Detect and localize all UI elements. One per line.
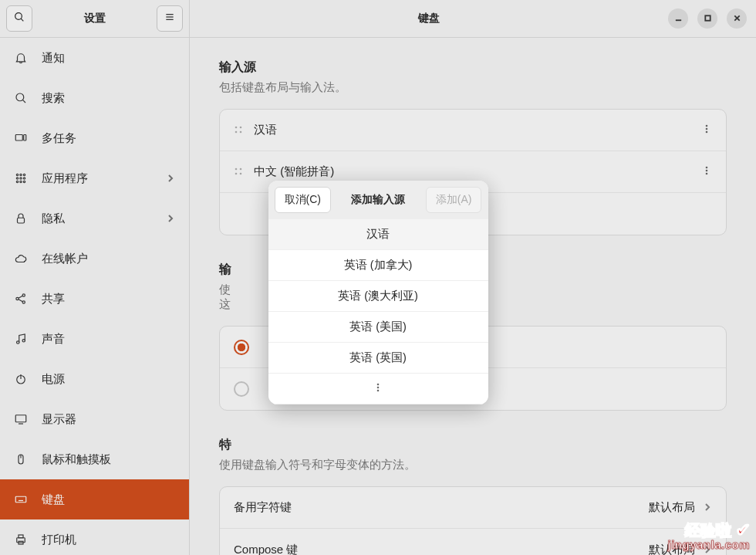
watermark-url: jingyanla.com [667, 539, 750, 550]
svg-point-64 [377, 390, 380, 392]
add-input-source-dialog: 取消(C) 添加输入源 添加(A) 汉语 英语 (加拿大) 英语 (澳大利亚) … [268, 181, 488, 404]
add-button[interactable]: 添加(A) [426, 187, 482, 213]
language-option[interactable]: 英语 (美国) [268, 312, 488, 343]
checkmark-icon: ✔ [736, 520, 750, 540]
modal-backdrop[interactable]: 取消(C) 添加输入源 添加(A) 汉语 英语 (加拿大) 英语 (澳大利亚) … [0, 0, 756, 555]
language-option[interactable]: 英语 (加拿大) [268, 250, 488, 281]
more-icon [373, 382, 383, 395]
svg-point-63 [377, 387, 380, 389]
language-more[interactable] [268, 374, 488, 404]
svg-point-62 [377, 384, 380, 386]
language-option[interactable]: 汉语 [268, 219, 488, 250]
cancel-button[interactable]: 取消(C) [275, 187, 331, 213]
watermark: 经验啦 ✔ jingyanla.com [667, 522, 750, 550]
dialog-header: 取消(C) 添加输入源 添加(A) [268, 181, 488, 219]
language-option[interactable]: 英语 (澳大利亚) [268, 281, 488, 312]
dialog-title: 添加输入源 [351, 193, 405, 207]
language-list[interactable]: 汉语 英语 (加拿大) 英语 (澳大利亚) 英语 (美国) 英语 (英国) [268, 219, 488, 404]
watermark-text: 经验啦 [685, 522, 731, 539]
language-option[interactable]: 英语 (英国) [268, 343, 488, 374]
